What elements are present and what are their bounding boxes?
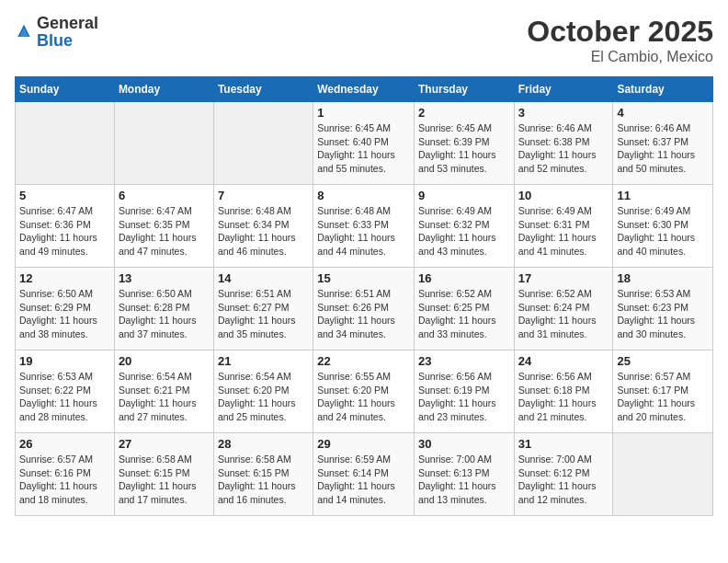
day-info: Sunrise: 6:56 AM Sunset: 6:18 PM Dayligh… [518, 370, 609, 424]
day-info: Sunrise: 7:00 AM Sunset: 6:13 PM Dayligh… [418, 453, 510, 507]
day-info: Sunrise: 6:46 AM Sunset: 6:38 PM Dayligh… [518, 121, 609, 176]
calendar-cell: 30Sunrise: 7:00 AM Sunset: 6:13 PM Dayli… [414, 433, 514, 516]
title-block: October 2025 El Cambio, Mexico [527, 15, 713, 65]
day-number: 4 [617, 106, 709, 120]
calendar-cell [114, 102, 213, 185]
day-number: 20 [119, 354, 210, 368]
day-info: Sunrise: 6:55 AM Sunset: 6:20 PM Dayligh… [317, 370, 410, 424]
day-info: Sunrise: 6:54 AM Sunset: 6:21 PM Dayligh… [119, 370, 210, 424]
day-number: 23 [418, 354, 510, 368]
logo: General Blue [15, 15, 98, 50]
day-number: 1 [317, 106, 410, 120]
day-info: Sunrise: 6:57 AM Sunset: 6:17 PM Dayligh… [617, 370, 709, 424]
day-number: 25 [617, 354, 709, 368]
calendar-week-row: 19Sunrise: 6:53 AM Sunset: 6:22 PM Dayli… [16, 350, 713, 433]
day-number: 28 [218, 437, 309, 451]
day-number: 15 [317, 271, 410, 285]
calendar-cell: 20Sunrise: 6:54 AM Sunset: 6:21 PM Dayli… [114, 350, 213, 433]
calendar-cell: 13Sunrise: 6:50 AM Sunset: 6:28 PM Dayli… [114, 268, 213, 350]
day-number: 21 [218, 354, 309, 368]
day-number: 14 [218, 271, 309, 285]
day-of-week-header: Friday [514, 77, 613, 102]
day-info: Sunrise: 6:50 AM Sunset: 6:29 PM Dayligh… [19, 287, 110, 341]
calendar-cell [613, 433, 713, 516]
day-info: Sunrise: 6:49 AM Sunset: 6:30 PM Dayligh… [617, 204, 709, 259]
logo-icon [15, 23, 33, 41]
location-text: El Cambio, Mexico [527, 49, 713, 65]
calendar-header-row: SundayMondayTuesdayWednesdayThursdayFrid… [16, 77, 713, 102]
day-number: 31 [518, 437, 609, 451]
calendar-week-row: 26Sunrise: 6:57 AM Sunset: 6:16 PM Dayli… [16, 433, 713, 516]
calendar-cell: 25Sunrise: 6:57 AM Sunset: 6:17 PM Dayli… [613, 350, 713, 433]
day-info: Sunrise: 6:56 AM Sunset: 6:19 PM Dayligh… [418, 370, 510, 424]
day-info: Sunrise: 6:47 AM Sunset: 6:36 PM Dayligh… [19, 204, 110, 259]
day-of-week-header: Monday [114, 77, 213, 102]
day-number: 22 [317, 354, 410, 368]
calendar-cell [213, 102, 313, 185]
day-info: Sunrise: 6:53 AM Sunset: 6:22 PM Dayligh… [19, 370, 110, 424]
calendar-cell: 2Sunrise: 6:45 AM Sunset: 6:39 PM Daylig… [414, 102, 514, 185]
logo-general-text: General [37, 14, 98, 32]
day-of-week-header: Saturday [613, 77, 713, 102]
day-of-week-header: Wednesday [313, 77, 415, 102]
day-number: 11 [617, 189, 709, 202]
day-info: Sunrise: 6:47 AM Sunset: 6:35 PM Dayligh… [119, 204, 210, 259]
day-number: 9 [418, 189, 510, 202]
day-info: Sunrise: 6:58 AM Sunset: 6:15 PM Dayligh… [218, 453, 309, 507]
day-number: 12 [19, 271, 110, 285]
calendar-cell: 23Sunrise: 6:56 AM Sunset: 6:19 PM Dayli… [414, 350, 514, 433]
calendar-cell: 7Sunrise: 6:48 AM Sunset: 6:34 PM Daylig… [213, 185, 313, 268]
calendar-cell: 1Sunrise: 6:45 AM Sunset: 6:40 PM Daylig… [313, 102, 415, 185]
day-info: Sunrise: 6:48 AM Sunset: 6:33 PM Dayligh… [317, 204, 410, 259]
calendar-cell: 18Sunrise: 6:53 AM Sunset: 6:23 PM Dayli… [613, 268, 713, 350]
day-info: Sunrise: 6:45 AM Sunset: 6:40 PM Dayligh… [317, 121, 410, 176]
calendar-cell: 28Sunrise: 6:58 AM Sunset: 6:15 PM Dayli… [213, 433, 313, 516]
day-number: 27 [119, 437, 210, 451]
calendar-cell: 17Sunrise: 6:52 AM Sunset: 6:24 PM Dayli… [514, 268, 613, 350]
day-info: Sunrise: 7:00 AM Sunset: 6:12 PM Dayligh… [518, 453, 609, 507]
day-info: Sunrise: 6:51 AM Sunset: 6:27 PM Dayligh… [218, 287, 309, 341]
day-number: 26 [19, 437, 110, 451]
day-info: Sunrise: 6:50 AM Sunset: 6:28 PM Dayligh… [119, 287, 210, 341]
day-number: 6 [119, 189, 210, 202]
day-info: Sunrise: 6:49 AM Sunset: 6:32 PM Dayligh… [418, 204, 510, 259]
calendar-cell: 16Sunrise: 6:52 AM Sunset: 6:25 PM Dayli… [414, 268, 514, 350]
day-info: Sunrise: 6:49 AM Sunset: 6:31 PM Dayligh… [518, 204, 609, 259]
day-of-week-header: Sunday [16, 77, 115, 102]
day-info: Sunrise: 6:54 AM Sunset: 6:20 PM Dayligh… [218, 370, 309, 424]
calendar-cell: 15Sunrise: 6:51 AM Sunset: 6:26 PM Dayli… [313, 268, 415, 350]
calendar-cell: 4Sunrise: 6:46 AM Sunset: 6:37 PM Daylig… [613, 102, 713, 185]
day-info: Sunrise: 6:46 AM Sunset: 6:37 PM Dayligh… [617, 121, 709, 176]
day-number: 10 [518, 189, 609, 202]
day-info: Sunrise: 6:59 AM Sunset: 6:14 PM Dayligh… [317, 453, 410, 507]
day-info: Sunrise: 6:52 AM Sunset: 6:25 PM Dayligh… [418, 287, 510, 341]
calendar-cell: 26Sunrise: 6:57 AM Sunset: 6:16 PM Dayli… [16, 433, 115, 516]
day-number: 18 [617, 271, 709, 285]
calendar-cell: 19Sunrise: 6:53 AM Sunset: 6:22 PM Dayli… [16, 350, 115, 433]
calendar-week-row: 12Sunrise: 6:50 AM Sunset: 6:29 PM Dayli… [16, 268, 713, 350]
day-number: 7 [218, 189, 309, 202]
day-number: 16 [418, 271, 510, 285]
day-number: 5 [19, 189, 110, 202]
calendar-cell: 3Sunrise: 6:46 AM Sunset: 6:38 PM Daylig… [514, 102, 613, 185]
calendar-cell: 6Sunrise: 6:47 AM Sunset: 6:35 PM Daylig… [114, 185, 213, 268]
calendar-cell: 11Sunrise: 6:49 AM Sunset: 6:30 PM Dayli… [613, 185, 713, 268]
month-title: October 2025 [527, 15, 713, 49]
day-info: Sunrise: 6:58 AM Sunset: 6:15 PM Dayligh… [119, 453, 210, 507]
day-info: Sunrise: 6:51 AM Sunset: 6:26 PM Dayligh… [317, 287, 410, 341]
day-number: 19 [19, 354, 110, 368]
calendar-cell: 12Sunrise: 6:50 AM Sunset: 6:29 PM Dayli… [16, 268, 115, 350]
day-of-week-header: Thursday [414, 77, 514, 102]
day-info: Sunrise: 6:52 AM Sunset: 6:24 PM Dayligh… [518, 287, 609, 341]
day-info: Sunrise: 6:45 AM Sunset: 6:39 PM Dayligh… [418, 121, 510, 176]
calendar-cell: 22Sunrise: 6:55 AM Sunset: 6:20 PM Dayli… [313, 350, 415, 433]
logo-blue-text: Blue [37, 31, 73, 50]
calendar-cell: 24Sunrise: 6:56 AM Sunset: 6:18 PM Dayli… [514, 350, 613, 433]
calendar-cell [16, 102, 115, 185]
day-info: Sunrise: 6:48 AM Sunset: 6:34 PM Dayligh… [218, 204, 309, 259]
calendar-cell: 9Sunrise: 6:49 AM Sunset: 6:32 PM Daylig… [414, 185, 514, 268]
calendar-cell: 29Sunrise: 6:59 AM Sunset: 6:14 PM Dayli… [313, 433, 415, 516]
calendar-cell: 10Sunrise: 6:49 AM Sunset: 6:31 PM Dayli… [514, 185, 613, 268]
day-number: 30 [418, 437, 510, 451]
day-number: 17 [518, 271, 609, 285]
